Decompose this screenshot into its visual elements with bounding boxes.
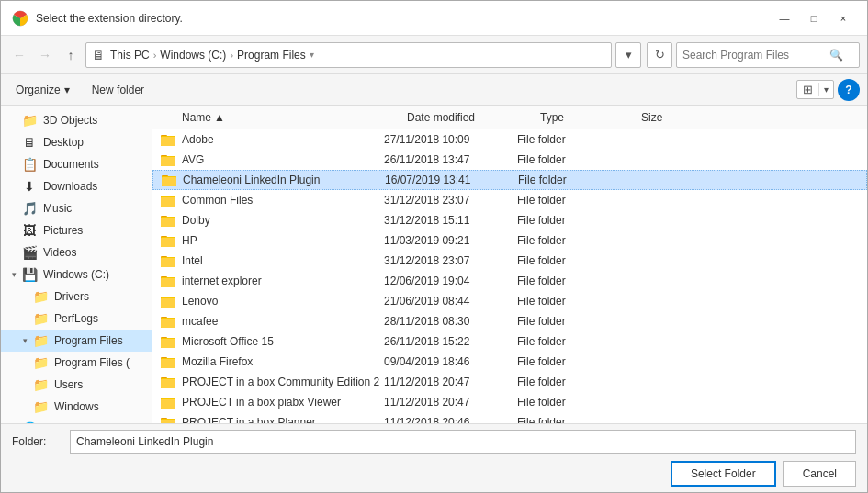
- table-row[interactable]: Mozilla Firefox 09/04/2019 18:46 File fo…: [152, 352, 867, 372]
- table-row[interactable]: Dolby 31/12/2018 15:11 File folder: [152, 210, 867, 230]
- sidebar-label: Program Files: [54, 334, 123, 347]
- table-row[interactable]: mcafee 28/11/2018 08:30 File folder: [152, 311, 867, 331]
- file-type: File folder: [517, 254, 618, 267]
- sidebar-label: Desktop: [43, 136, 84, 149]
- organize-label: Organize: [16, 84, 61, 96]
- col-header-size[interactable]: Size: [641, 111, 715, 124]
- file-icon: [160, 233, 176, 248]
- cancel-button[interactable]: Cancel: [783, 461, 856, 487]
- toolbar-right: ⊞ ▾ ?: [796, 79, 860, 101]
- chrome-logo-icon: [12, 10, 28, 27]
- sidebar-item-music[interactable]: 🎵 Music: [1, 197, 152, 219]
- table-row[interactable]: internet explorer 12/06/2019 19:04 File …: [152, 271, 867, 291]
- table-row[interactable]: HP 11/03/2019 09:21 File folder: [152, 230, 867, 251]
- svg-rect-37: [161, 298, 175, 308]
- breadcrumb-dropdown-icon: ▾: [310, 50, 314, 60]
- file-date: 11/12/2018 20:46: [384, 416, 517, 423]
- forward-button[interactable]: →: [34, 44, 56, 66]
- file-type: File folder: [517, 194, 618, 207]
- expand-icon: [19, 291, 30, 302]
- file-icon: [160, 132, 176, 147]
- table-row[interactable]: Lenovo 21/06/2019 08:44 File folder: [152, 291, 867, 311]
- svg-rect-53: [161, 379, 175, 388]
- table-row[interactable]: Adobe 27/11/2018 10:09 File folder: [152, 129, 867, 150]
- svg-rect-9: [161, 157, 175, 166]
- bottom-area: Folder: Select Folder Cancel: [1, 423, 867, 492]
- file-type: File folder: [517, 315, 618, 328]
- file-type: File folder: [517, 335, 618, 348]
- sidebar-item-users[interactable]: 📁 Users: [1, 374, 152, 396]
- file-icon: [160, 334, 176, 349]
- sidebar-item-drivers[interactable]: 📁 Drivers: [1, 286, 152, 308]
- up-button[interactable]: ↑: [60, 44, 82, 66]
- minimize-button[interactable]: —: [772, 8, 797, 28]
- title-bar: Select the extension directory. — □ ×: [1, 1, 867, 36]
- table-row[interactable]: AVG 26/11/2018 13:47 File folder: [152, 150, 867, 170]
- sidebar-label: Drivers: [54, 290, 89, 303]
- maximize-button[interactable]: □: [801, 8, 827, 28]
- folder-input[interactable]: [70, 430, 856, 454]
- sidebar-label: Windows: [54, 400, 99, 413]
- table-row[interactable]: PROJECT in a box Planner 11/12/2018 20:4…: [152, 412, 867, 423]
- column-headers: Name ▲ Date modified Type Size: [152, 106, 867, 129]
- folder-icon: 📁: [32, 355, 49, 370]
- sidebar-item-pictures[interactable]: 🖼 Pictures: [1, 219, 152, 241]
- file-icon: [160, 395, 176, 409]
- file-date: 31/12/2018 23:07: [384, 194, 517, 207]
- col-header-name[interactable]: Name ▲: [182, 111, 407, 124]
- file-name: Adobe: [182, 133, 384, 146]
- path-dropdown-button[interactable]: ▾: [615, 42, 641, 68]
- sidebar-item-programfiles-x86[interactable]: 📁 Program Files (: [1, 352, 152, 374]
- music-icon: 🎵: [21, 201, 38, 216]
- view-button[interactable]: ⊞ ▾: [796, 80, 834, 99]
- view-icon: ⊞: [797, 81, 818, 98]
- col-header-type[interactable]: Type: [540, 111, 641, 124]
- address-bar: ← → ↑ 🖥 This PC › Windows (C:) › Program…: [1, 36, 867, 74]
- file-list-container: Name ▲ Date modified Type Size: [152, 106, 867, 423]
- organize-dropdown-icon: ▾: [64, 84, 70, 96]
- search-input[interactable]: [682, 49, 829, 62]
- table-row[interactable]: Microsoft Office 15 26/11/2018 15:22 Fil…: [152, 331, 867, 352]
- file-date: 11/12/2018 20:47: [384, 396, 517, 409]
- select-folder-button[interactable]: Select Folder: [671, 461, 776, 487]
- sidebar-item-downloads[interactable]: ⬇ Downloads: [1, 175, 152, 197]
- file-type: File folder: [517, 234, 618, 247]
- close-button[interactable]: ×: [830, 8, 856, 28]
- sidebar-item-documents[interactable]: 📋 Documents: [1, 153, 152, 175]
- expand-icon: [8, 203, 19, 214]
- search-icon[interactable]: 🔍: [829, 49, 843, 62]
- refresh-button[interactable]: ↻: [647, 42, 672, 68]
- file-icon: [160, 253, 176, 268]
- file-type: File folder: [517, 375, 618, 388]
- expand-icon: [19, 379, 30, 390]
- sidebar-item-programfiles[interactable]: ▾ 📁 Program Files: [1, 330, 152, 352]
- breadcrumb[interactable]: 🖥 This PC › Windows (C:) › Program Files…: [85, 42, 612, 68]
- new-folder-button[interactable]: New folder: [85, 81, 152, 99]
- table-row[interactable]: Intel 31/12/2018 23:07 File folder: [152, 251, 867, 271]
- expand-icon: [8, 137, 19, 148]
- sidebar-label: 3D Objects: [43, 114, 97, 127]
- sidebar-item-windows-c[interactable]: ▾ 💾 Windows (C:): [1, 263, 152, 286]
- back-button[interactable]: ←: [8, 44, 30, 66]
- table-row[interactable]: Chameleoni LinkedIn Plugin 16/07/2019 13…: [152, 170, 867, 190]
- sidebar-item-perflogs[interactable]: 📁 PerfLogs: [1, 308, 152, 330]
- sidebar-item-windows[interactable]: 📁 Windows: [1, 396, 152, 418]
- table-row[interactable]: PROJECT in a box Community Edition 2 11/…: [152, 372, 867, 392]
- file-icon: [160, 274, 176, 288]
- file-date: 12/06/2019 19:04: [384, 275, 517, 287]
- sidebar-item-desktop[interactable]: 🖥 Desktop: [1, 131, 152, 153]
- sidebar-item-3dobjects[interactable]: 📁 3D Objects: [1, 109, 152, 131]
- svg-rect-5: [161, 137, 175, 146]
- file-date: 11/03/2019 09:21: [384, 234, 517, 247]
- help-button[interactable]: ?: [838, 79, 860, 101]
- table-row[interactable]: PROJECT in a box piabx Viewer 11/12/2018…: [152, 392, 867, 412]
- table-row[interactable]: Common Files 31/12/2018 23:07 File folde…: [152, 190, 867, 210]
- col-header-date[interactable]: Date modified: [407, 111, 540, 124]
- videos-icon: 🎬: [21, 245, 38, 260]
- file-type: File folder: [517, 396, 618, 409]
- svg-rect-17: [161, 197, 175, 207]
- sidebar-label: Music: [43, 202, 72, 215]
- sidebar-item-videos[interactable]: 🎬 Videos: [1, 241, 152, 263]
- svg-rect-33: [161, 278, 175, 287]
- organize-button[interactable]: Organize ▾: [8, 81, 77, 99]
